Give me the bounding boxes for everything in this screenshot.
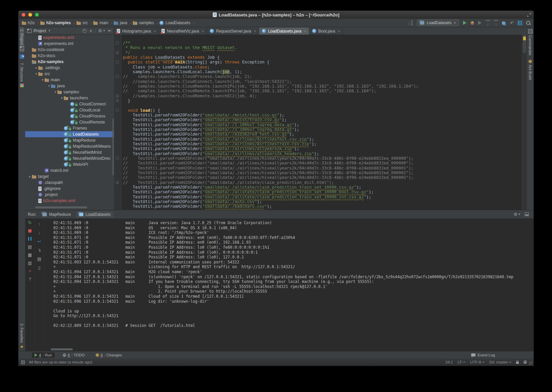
editor-content[interactable]: /** * Runs a neural network on the MNIST… bbox=[121, 35, 522, 210]
tree-item-samples[interactable]: ▾samples bbox=[25, 89, 114, 95]
tab-LoadDatasets.java[interactable]: LoadDatasets.java× bbox=[259, 28, 309, 35]
up-the-stack-button[interactable]: ↑ bbox=[38, 222, 41, 226]
tree-item-NeuralNetMnist[interactable]: NeuralNetMnist bbox=[25, 149, 114, 155]
help-button[interactable]: ? bbox=[29, 277, 31, 281]
tree-item-NeuralNetMnistDrec[interactable]: NeuralNetMnistDrec bbox=[25, 155, 114, 161]
close-icon[interactable]: × bbox=[154, 29, 156, 33]
zoom-window-button[interactable] bbox=[35, 13, 39, 17]
update-status-icon[interactable] bbox=[21, 360, 25, 364]
close-icon[interactable]: × bbox=[304, 29, 306, 33]
incoming-changes-icon[interactable]: ↓011001 bbox=[408, 20, 413, 26]
hide-panel-icon[interactable]: ⇤ bbox=[108, 29, 112, 33]
breadcrumb-item-LoadDatasets[interactable]: LoadDatasets› bbox=[159, 20, 195, 25]
tree-item-launchers[interactable]: ▾launchers bbox=[25, 95, 114, 101]
divider[interactable] bbox=[95, 29, 96, 33]
fold-expand-icon[interactable]: ∧ bbox=[116, 99, 119, 102]
fold-expand-icon[interactable]: ∧ bbox=[116, 94, 119, 97]
status-34[interactable]: 34:1 bbox=[445, 360, 453, 364]
tree-item-.settings[interactable]: ▸.settings bbox=[25, 65, 114, 71]
pause-output-button[interactable] bbox=[28, 237, 32, 241]
console-output-area[interactable]: 02:41:51.069 :0 main Java version: Java … bbox=[47, 218, 532, 347]
tree-toggle-icon[interactable]: ▾ bbox=[53, 90, 57, 94]
tree-item-CloudProcess[interactable]: CloudProcess bbox=[25, 113, 114, 119]
tree-item-.classpath[interactable]: .classpath bbox=[25, 180, 114, 186]
inspector-icon[interactable] bbox=[523, 360, 527, 364]
tree-toggle-icon[interactable]: ▾ bbox=[34, 72, 38, 76]
close-icon[interactable]: × bbox=[254, 29, 256, 33]
fold-expand-icon[interactable]: ∧ bbox=[116, 181, 119, 184]
console-horizontal-scrollbar[interactable] bbox=[51, 348, 73, 350]
tree-item-CloudConnect[interactable]: CloudConnect bbox=[25, 101, 114, 107]
tree-toggle-icon[interactable]: ▸ bbox=[28, 175, 32, 178]
collapse-all-icon[interactable]: ∧ bbox=[89, 29, 93, 33]
close-icon[interactable]: × bbox=[338, 29, 340, 33]
tree-item-WebAPI[interactable]: WebAPI bbox=[25, 161, 114, 167]
chevron-down-icon[interactable]: ▼ bbox=[48, 29, 51, 32]
breadcrumb-item-java[interactable]: java› bbox=[114, 20, 132, 25]
down-the-stack-button[interactable]: ↓ bbox=[38, 231, 41, 235]
breadcrumb-item-h2o-samples[interactable]: h2o-samples› bbox=[40, 20, 75, 25]
tool-button-7-structure[interactable]: 7: Structure bbox=[20, 61, 24, 89]
tree-item-CloudLocal[interactable]: CloudLocal bbox=[25, 107, 114, 113]
coverage-button[interactable] bbox=[478, 21, 482, 25]
fullscreen-icon[interactable] bbox=[527, 13, 531, 17]
tool-button-jl[interactable] bbox=[20, 52, 24, 61]
scroll-from-source-icon[interactable] bbox=[83, 29, 87, 33]
tree-item-target[interactable]: ▸target bbox=[25, 174, 114, 180]
tree-item-h2o-samples.eml[interactable]: h2o-samples.eml bbox=[25, 198, 114, 204]
run-button[interactable] bbox=[463, 21, 466, 25]
status-lf[interactable]: LF▴▾ bbox=[458, 360, 465, 364]
close-button[interactable]: × bbox=[29, 269, 31, 273]
tree-item-h2o-samples[interactable]: h2o-samples bbox=[25, 59, 114, 65]
tree-item-.gitignore[interactable]: .gitignore bbox=[25, 186, 114, 192]
breadcrumb-item-src[interactable]: src› bbox=[77, 20, 92, 25]
status-git[interactable]: Git: master▴▾ bbox=[489, 360, 511, 364]
tool-window-button-todo[interactable]: 6: TODO bbox=[60, 352, 88, 358]
tree-item-MapReduce[interactable]: MapReduce bbox=[25, 137, 114, 143]
tree-item-experiments.eml[interactable]: experiments.eml bbox=[25, 35, 114, 41]
debug-button[interactable] bbox=[470, 21, 474, 25]
tree-item-h2o-docs[interactable]: h2o-docs bbox=[25, 53, 114, 59]
tab-NeuralNetViz.java[interactable]: NeuralNetViz.java× bbox=[159, 28, 207, 35]
hide-console-icon[interactable] bbox=[525, 212, 529, 216]
tree-item-main[interactable]: ▾main bbox=[25, 77, 114, 83]
run-tab-MapReduce[interactable]: MapReduce bbox=[40, 211, 73, 217]
tool-button-favorites[interactable]: 2: Favorites★ bbox=[19, 322, 24, 351]
undo-button[interactable]: ↶ bbox=[510, 21, 514, 25]
tool-window-button-changes[interactable]: 9: Changes bbox=[93, 352, 125, 358]
restore-layout-button[interactable]: ▤ bbox=[28, 245, 32, 249]
tree-item-java[interactable]: ▾java bbox=[25, 83, 114, 89]
tool-button-ant-build[interactable]: Ant Build bbox=[528, 58, 532, 82]
tree-item-h2o-cookbook[interactable]: h2o-cookbook bbox=[25, 47, 114, 53]
tool-window-button-run[interactable]: 4: Run bbox=[32, 352, 55, 358]
tree-item-src[interactable]: ▾src bbox=[25, 71, 114, 77]
close-icon[interactable]: × bbox=[202, 29, 204, 33]
tab-Boot.java[interactable]: Boot.java× bbox=[309, 28, 343, 35]
changes-popup-button[interactable] bbox=[502, 21, 506, 24]
print-console-button[interactable]: ▤ bbox=[37, 257, 41, 261]
horizontal-scrollbar[interactable] bbox=[35, 206, 87, 208]
tab-RequestServer.java[interactable]: RequestServer.java× bbox=[207, 28, 259, 35]
tree-item-LoadDatasets[interactable]: LoadDatasets bbox=[25, 131, 114, 137]
vertical-scrollbar[interactable] bbox=[112, 118, 114, 176]
project-panel-header[interactable]: Project ▼ ∧⚙▼⇤ bbox=[25, 27, 114, 35]
search-button[interactable] bbox=[526, 21, 530, 25]
console-settings-gear-icon[interactable]: ⚙▼ bbox=[513, 212, 521, 216]
status-utf-8[interactable]: UTF-8▴▾ bbox=[470, 360, 485, 364]
code-editor[interactable]: −∧−−∧∧−−∧ /** * Runs a neural network on… bbox=[114, 35, 527, 210]
fold-collapse-icon[interactable]: − bbox=[116, 41, 119, 44]
tab-Histograms.java[interactable]: Histograms.java× bbox=[114, 28, 159, 35]
tree-item-CloudRemote[interactable]: CloudRemote bbox=[25, 119, 114, 125]
tree-item-MapReduceKMeans[interactable]: MapReduceKMeans bbox=[25, 143, 114, 149]
tool-button-1-project[interactable]: 1: Project bbox=[20, 27, 24, 52]
vcs-commit-button[interactable]: VCS↑ bbox=[494, 19, 498, 27]
run-tab-LoadDatasets[interactable]: LoadDatasets bbox=[76, 211, 113, 217]
tree-toggle-icon[interactable]: ▾ bbox=[60, 96, 64, 100]
rerun-button[interactable]: ↻ bbox=[28, 220, 32, 225]
tree-item-main3.iml[interactable]: main3.iml bbox=[25, 167, 114, 174]
warning-stripe-mark[interactable] bbox=[523, 37, 526, 40]
incoming-changes-icon[interactable]: ↓011001 bbox=[408, 20, 413, 26]
fold-collapse-icon[interactable]: − bbox=[116, 75, 119, 78]
fold-expand-icon[interactable]: ∧ bbox=[116, 51, 119, 54]
breadcrumb-item-h2o[interactable]: h2o› bbox=[22, 20, 39, 25]
